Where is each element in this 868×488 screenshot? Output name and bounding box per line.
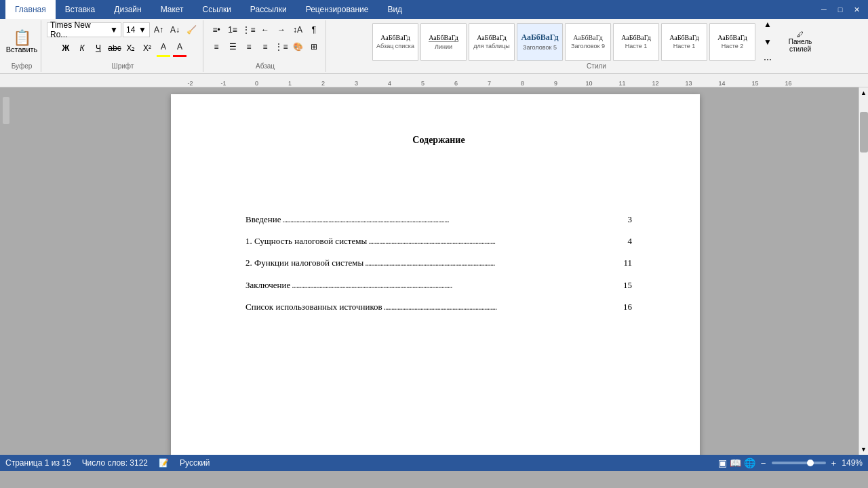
bold-button[interactable]: Ж [58,41,73,56]
styles-nav: ▲ ▼ ⋯ [757,22,778,61]
style-label-2: для таблицы [473,43,510,49]
clear-format-button[interactable]: 🧹 [184,22,199,37]
tab-mailings[interactable]: Рассылки [241,0,296,19]
toc-page-4: 16 [623,301,632,313]
ruler-mark-7: 7 [473,80,506,87]
align-left-button[interactable]: ≡ [209,39,224,54]
web-layout-button[interactable]: 🌐 [744,458,755,468]
italic-button[interactable]: К [75,41,90,56]
styles-group: АаБбВаГд Абзац списка АаБбВаГд Линии АаБ… [328,20,865,72]
indent-more-button[interactable]: → [274,22,289,37]
ruler: -2 -1 0 1 2 3 4 5 6 7 8 9 10 11 12 13 14… [0,74,868,87]
style-card-0[interactable]: АаБбВаГд Абзац списка [372,23,418,61]
right-scrollbar[interactable]: ▲ ▼ [859,87,868,455]
tab-review[interactable]: Рецензирование [296,0,378,19]
font-color-button[interactable]: A [172,39,187,54]
ribbon-content: 📋 Вставить Буфер Times New Ro... ▼ 14 ▼ [0,19,868,73]
toc-dots-2: ........................................… [365,257,622,269]
minimize-button[interactable]: ─ [818,3,830,16]
borders-button[interactable]: ⊞ [307,39,321,54]
font-dropdown-icon: ▼ [110,25,118,35]
styles-panel-button[interactable]: 🖊 Панель стилей [780,24,821,60]
style-card-6[interactable]: АаБбВаГд Насте 1 [661,23,707,61]
scroll-up-button[interactable]: ▲ [859,87,869,98]
align-right-button[interactable]: ≡ [241,39,256,54]
ruler-mark-0: 0 [240,80,273,87]
style-card-3[interactable]: АаБбВаГд Заголовок 5 [517,23,563,61]
ruler-mark-16: 16 [772,80,805,87]
toc-entry-1: 1. Сущность налоговой системы ..........… [245,235,632,247]
zoom-slider[interactable] [772,462,826,464]
left-sidebar-handle[interactable] [3,97,9,124]
decrease-font-button[interactable]: A↓ [167,22,182,37]
style-card-5[interactable]: АаБбВаГд Насте 1 [613,23,659,61]
style-preview-3: АаБбВаГд [521,33,558,43]
zoom-thumb [807,460,814,466]
status-right: ▣ 📖 🌐 − + 149% [718,458,863,468]
zoom-out-button[interactable]: − [761,458,766,468]
style-preview-2: АаБбВаГд [477,34,507,41]
zoom-in-button[interactable]: + [831,458,837,468]
numbering-button[interactable]: 1≡ [225,22,240,37]
columns-button[interactable]: ⋮≡ [274,39,289,54]
subscript-button[interactable]: X₂ [123,41,138,56]
tab-home[interactable]: Главная [5,0,56,19]
styles-panel-icon: 🖊 [797,30,804,38]
paste-button[interactable]: 📋 Вставить [7,24,37,60]
font-size-selector[interactable]: 14 ▼ [123,22,150,37]
scrollbar-track[interactable] [859,98,868,444]
paste-label: Вставить [6,45,38,54]
toc-text-0: Введение [245,214,281,226]
close-button[interactable]: ✕ [850,3,863,16]
styles-expand-button[interactable]: ⋯ [760,52,775,62]
styles-panel-label: Панель стилей [781,38,820,53]
ruler-mark-5: 5 [406,80,439,87]
ruler-mark-8: 8 [506,80,539,87]
toc-dots-0: ........................................… [282,214,626,226]
sort-button[interactable]: ↕A [290,22,305,37]
bullets-button[interactable]: ≡• [209,22,224,37]
strikethrough-button[interactable]: abc [107,41,122,56]
multilevel-button[interactable]: ⋮≡ [241,22,256,37]
style-card-2[interactable]: АаБбВаГд для таблицы [469,23,515,61]
styles-down-button[interactable]: ▼ [760,35,775,49]
toc-page-0: 3 [628,214,633,226]
indent-less-button[interactable]: ← [258,22,273,37]
main-area: Содержание Введение ....................… [0,87,868,455]
tab-view[interactable]: Вид [378,0,412,19]
maximize-button[interactable]: □ [834,3,846,16]
font-name-value: Times New Ro... [50,20,110,39]
doc-container[interactable]: Содержание Введение ....................… [12,87,859,455]
paragraph-group-content: ≡• 1≡ ⋮≡ ← → ↕A ¶ ≡ ☰ ≡ ≡ ⋮≡ 🎨 ⊞ [209,22,321,61]
para-row1: ≡• 1≡ ⋮≡ ← → ↕A ¶ [209,22,321,37]
styles-up-button[interactable]: ▲ [760,22,775,32]
doc-title: Содержание [245,135,632,146]
scrollbar-thumb[interactable] [860,112,868,152]
justify-button[interactable]: ≡ [258,39,273,54]
paragraph-group: ≡• 1≡ ⋮≡ ← → ↕A ¶ ≡ ☰ ≡ ≡ ⋮≡ 🎨 ⊞ [205,20,326,72]
print-layout-button[interactable]: ▣ [718,458,727,468]
font-color-bar [173,55,186,57]
tab-design[interactable]: Дизайн [104,0,151,19]
underline-button[interactable]: Ч [91,41,106,56]
style-card-1[interactable]: АаБбВаГд Линии [420,23,467,61]
highlight-button[interactable]: A [156,39,171,54]
tab-layout[interactable]: Макет [151,0,193,19]
read-mode-button[interactable]: 📖 [730,458,741,468]
tab-insert[interactable]: Вставка [56,0,105,19]
show-marks-button[interactable]: ¶ [307,22,321,37]
style-label-7: Насте 2 [722,43,744,49]
style-card-7[interactable]: АаБбВаГд Насте 2 [709,23,755,61]
superscript-button[interactable]: X² [140,41,155,56]
style-label-6: Насте 1 [673,43,696,49]
tab-links[interactable]: Ссылки [193,0,241,19]
scroll-down-button[interactable]: ▼ [859,444,869,455]
increase-font-button[interactable]: A↑ [151,22,166,37]
style-card-4[interactable]: АаБбВаГд Заголовок 9 [565,23,611,61]
style-preview-5: АаБбВаГд [621,34,651,41]
style-preview-4: АаБбВаГд [573,34,603,41]
shading-button[interactable]: 🎨 [290,39,305,54]
font-name-selector[interactable]: Times New Ro... ▼ [47,22,121,37]
align-center-button[interactable]: ☰ [225,39,240,54]
toc-dots-4: ........................................… [384,301,622,313]
